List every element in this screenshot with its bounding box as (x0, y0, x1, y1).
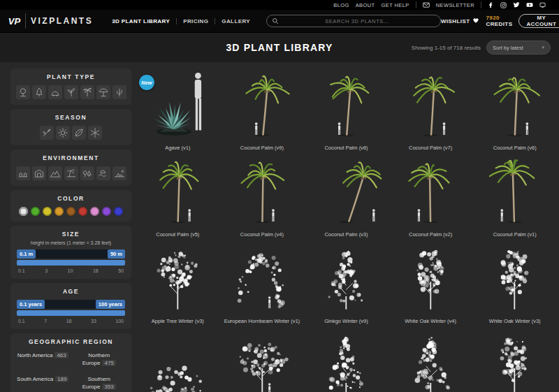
filter-conifer-tree-icon[interactable] (32, 85, 46, 99)
plant-thumbnail[interactable] (474, 155, 556, 228)
size-min-handle[interactable]: 0.1 m (17, 249, 36, 259)
plant-card[interactable]: Coconut Palm (v8) (305, 68, 387, 154)
plant-thumbnail[interactable] (390, 242, 472, 314)
filter-tropical-icon[interactable] (64, 166, 78, 180)
age-tick-label: 18 (66, 319, 72, 324)
plant-thumbnail[interactable] (474, 242, 556, 314)
plant-card[interactable]: Coconut Palm (v6) (474, 68, 556, 154)
topbar-link-blog[interactable]: BLOG (333, 2, 349, 8)
plant-thumbnail[interactable] (137, 242, 219, 314)
plant-thumbnail[interactable] (474, 328, 556, 392)
plant-thumbnail[interactable] (222, 155, 303, 228)
region-filter-northern-europe[interactable]: Northern Europe475 (73, 351, 126, 367)
color-swatch-green[interactable] (31, 207, 40, 216)
color-swatch-brown[interactable] (66, 207, 75, 216)
age-min-handle[interactable]: 0.1 years (17, 300, 45, 309)
plant-thumbnail[interactable] (305, 155, 387, 228)
size-max-handle[interactable]: 50 m (108, 249, 125, 259)
plant-card[interactable]: Coconut Palm (v5) (137, 155, 219, 241)
plant-thumbnail[interactable] (390, 328, 472, 392)
plant-card[interactable] (222, 328, 303, 392)
portfolio-icon[interactable] (539, 2, 546, 8)
filter-seedling-icon[interactable] (64, 85, 78, 99)
plant-card[interactable] (390, 328, 472, 392)
age-max-handle[interactable]: 100 years (96, 300, 125, 309)
filter-autumn-leaf-icon[interactable] (72, 126, 86, 140)
plant-card[interactable]: White Oak Winter (v4) (390, 242, 472, 328)
sort-dropdown[interactable]: Sort by latest ▾ (486, 41, 551, 55)
filter-winter-snowflake-icon[interactable] (88, 126, 102, 140)
color-swatch-white[interactable] (19, 207, 28, 216)
filter-cactus-icon[interactable] (112, 85, 126, 99)
filter-rocky-desert-icon[interactable] (112, 166, 126, 180)
brand[interactable]: VP VIZPLANTS (8, 13, 93, 29)
filter-riverside-icon[interactable] (96, 166, 110, 180)
filter-greenhouse-icon[interactable] (32, 166, 46, 180)
heart-icon (472, 17, 479, 25)
search-input[interactable] (279, 18, 435, 24)
my-account-button[interactable]: MY ACCOUNT (518, 14, 559, 28)
plant-card[interactable]: Apple Tree Winter (v3) (137, 242, 219, 328)
nav-link-pricing[interactable]: PRICING (176, 18, 215, 24)
filter-woodland-icon[interactable] (80, 166, 94, 180)
filter-summer-sun-icon[interactable] (56, 126, 70, 140)
color-swatch-orange[interactable] (55, 207, 64, 216)
plant-card[interactable]: NewAgave (v1) (137, 68, 219, 154)
credits-button[interactable]: 7920 CREDITS (486, 15, 512, 27)
nav-link-3d-plant-library[interactable]: 3D PLANT LIBRARY (106, 18, 176, 24)
color-swatch-red[interactable] (78, 207, 87, 216)
plant-thumbnail[interactable] (390, 68, 472, 141)
plant-thumbnail[interactable] (222, 328, 303, 392)
region-filter-south-america[interactable]: South America189 (17, 375, 69, 391)
color-filter: COLOR (10, 190, 131, 222)
plant-card[interactable]: Coconut Palm (v3) (305, 155, 387, 241)
twitter-icon[interactable] (513, 1, 520, 8)
plant-thumbnail[interactable] (305, 328, 387, 392)
region-filter-north-america[interactable]: North America463 (17, 351, 69, 367)
plant-card[interactable]: Ginkgo Winter (v9) (305, 242, 387, 328)
color-swatch-blue[interactable] (114, 207, 123, 216)
filter-shrub-icon[interactable] (48, 85, 62, 99)
filter-mountain-meadow-icon[interactable] (48, 166, 62, 180)
content: PLANT TYPE SEASON ENVIRONMENT COLOR SIZE… (0, 62, 559, 392)
plant-thumbnail[interactable] (305, 242, 387, 314)
plant-card[interactable]: Coconut Palm (v4) (222, 155, 303, 241)
youtube-icon[interactable] (526, 1, 533, 8)
region-filter-southern-europe[interactable]: Southern Europe353 (73, 375, 126, 391)
plant-card[interactable]: Coconut Palm (v9) (222, 68, 303, 154)
wishlist-button[interactable]: WISHLIST (441, 17, 479, 25)
plant-thumbnail[interactable] (390, 155, 472, 228)
plant-card[interactable] (137, 328, 219, 392)
topbar-link-about[interactable]: ABOUT (356, 2, 375, 8)
plant-card[interactable] (474, 328, 556, 392)
filter-deciduous-tree-icon[interactable] (16, 85, 30, 99)
plant-card[interactable]: White Oak Winter (v3) (474, 242, 556, 328)
plant-card[interactable]: Coconut Palm (v1) (474, 155, 556, 241)
plant-name: Coconut Palm (v1) (493, 228, 537, 241)
plant-thumbnail[interactable] (222, 68, 303, 141)
nav-link-gallery[interactable]: GALLERY (215, 18, 256, 24)
plant-card[interactable]: Coconut Palm (v2) (390, 155, 472, 241)
plant-thumbnail[interactable] (137, 155, 219, 228)
plant-card[interactable]: European Hornbeam Winter (v1) (222, 242, 303, 328)
plant-card[interactable]: Coconut Palm (v7) (390, 68, 472, 154)
color-swatch-pink[interactable] (90, 207, 99, 216)
color-swatch-purple[interactable] (102, 207, 111, 216)
plant-thumbnail[interactable] (222, 242, 303, 314)
filter-garden-beds-icon[interactable] (16, 166, 30, 180)
size-slider-track[interactable] (17, 260, 125, 266)
plant-card[interactable] (305, 328, 387, 392)
filter-palm-tree-icon[interactable] (80, 85, 94, 99)
plant-thumbnail[interactable] (137, 328, 219, 392)
facebook-icon[interactable] (488, 2, 494, 8)
plant-thumbnail[interactable] (474, 68, 556, 141)
newsletter-link[interactable]: NEWSLETTER (416, 1, 481, 8)
instagram-icon[interactable] (500, 2, 507, 8)
color-swatch-yellow[interactable] (43, 207, 52, 216)
age-slider-track[interactable] (17, 310, 125, 316)
filter-spring-branch-icon[interactable] (40, 126, 54, 140)
plant-thumbnail[interactable] (305, 68, 387, 141)
filter-canopy-tree-icon[interactable] (96, 85, 110, 99)
topbar-link-get-help[interactable]: GET HELP (382, 2, 409, 8)
search-bar[interactable] (266, 15, 441, 27)
